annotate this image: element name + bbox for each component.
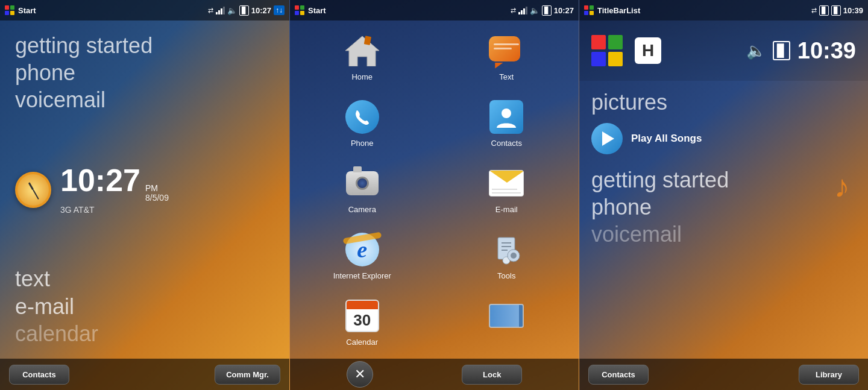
app-ie[interactable]: e Internet Explorer xyxy=(290,223,435,289)
menu-item-email[interactable]: e-mail xyxy=(15,294,274,319)
svg-rect-5 xyxy=(502,242,511,244)
p3-menu-item-voicemail[interactable]: voicemail xyxy=(591,221,856,247)
pictures-title[interactable]: pictures xyxy=(591,90,856,115)
app-calendar[interactable]: 30 Calendar xyxy=(290,289,435,356)
panel-3-title: TitleBarList xyxy=(597,6,808,15)
panel-1-title: Start xyxy=(18,6,204,15)
app-email-label: E-mail xyxy=(495,205,518,214)
windows-logo-big xyxy=(591,35,623,66)
big-time: 10:39 xyxy=(797,38,856,64)
status-time-1: 10:27 xyxy=(251,6,271,15)
app-email[interactable]: E-mail xyxy=(435,156,579,222)
tools-icon xyxy=(488,231,524,268)
windows-logo-3 xyxy=(584,5,594,15)
active-sync-icon: ↑↓ xyxy=(274,5,285,15)
clock-face xyxy=(17,174,49,206)
app-text-label: Text xyxy=(499,72,514,81)
big-status-section: H 🔈 ▊ 10:39 xyxy=(579,20,868,81)
menu-item-phone[interactable]: phone xyxy=(15,60,274,86)
app-calendar-label: Calendar xyxy=(346,338,378,347)
app-tools-label: Tools xyxy=(497,271,515,280)
app-camera[interactable]: Camera xyxy=(290,156,435,222)
bottom-menu-items: text e-mail calendar xyxy=(15,266,274,347)
p3-menu-item-getting-started[interactable]: getting started xyxy=(591,167,856,193)
text-icon xyxy=(488,33,524,69)
signal-icon-2 xyxy=(518,7,527,14)
home-icon xyxy=(344,33,380,69)
arrows-icon-1: ⇄ xyxy=(208,7,213,14)
bottom-bar-2: ✕ Lock xyxy=(290,359,579,390)
library-button[interactable]: Library xyxy=(799,365,859,385)
contacts-icon xyxy=(488,99,524,135)
panel-3: TitleBarList ⇄ ▊ ▊ 10:39 H 🔈 ▊ 10:39 ♪ p… xyxy=(579,0,868,390)
big-battery-icon: ▊ xyxy=(773,41,790,60)
app-tools[interactable]: Tools xyxy=(435,223,579,289)
app-phone[interactable]: Phone xyxy=(290,90,435,156)
svg-rect-7 xyxy=(502,250,508,251)
panel-2-title: Start xyxy=(308,6,507,15)
bottom-bar-3: Contacts Library xyxy=(579,359,868,390)
panel-2: Start ⇄ 🔈 ▊ 10:27 Home xyxy=(289,0,579,390)
close-button[interactable]: ✕ xyxy=(347,361,373,388)
app-home-label: Home xyxy=(351,72,373,81)
p3-menu-item-phone[interactable]: phone xyxy=(591,194,856,220)
contacts-button-3[interactable]: Contacts xyxy=(588,365,649,385)
time-big: 10:27 xyxy=(60,165,140,196)
menu-item-getting-started[interactable]: getting started xyxy=(15,33,274,58)
clock-icon xyxy=(15,172,51,208)
menu-item-voicemail[interactable]: voicemail xyxy=(15,87,274,113)
menu-item-calendar[interactable]: calendar xyxy=(15,321,274,347)
time-display: 10:27 PM 8/5/09 3G AT&T xyxy=(60,165,169,215)
app-video[interactable]: Video xyxy=(435,289,579,356)
status-bar-3: TitleBarList ⇄ ▊ ▊ 10:39 xyxy=(579,0,868,20)
big-status-icons: 🔈 ▊ 10:39 xyxy=(746,38,856,64)
status-time-3: 10:39 xyxy=(843,6,863,15)
status-bar-2: Start ⇄ 🔈 ▊ 10:27 xyxy=(290,0,579,20)
windows-logo-1 xyxy=(5,5,14,15)
ie-icon: e xyxy=(344,231,380,268)
apps-grid: Home Text xyxy=(290,20,579,359)
svg-point-2 xyxy=(502,109,511,118)
date-display: 8/5/09 xyxy=(145,193,169,203)
speaker-icon-2: 🔈 xyxy=(530,6,539,15)
panel-3-content: pictures Play All Songs getting started … xyxy=(579,81,868,359)
bottom-bar-1: Contacts Comm Mgr. xyxy=(0,359,289,390)
camera-icon xyxy=(344,165,380,201)
menu-item-text[interactable]: text xyxy=(15,266,274,292)
play-all-label: Play All Songs xyxy=(631,133,702,145)
app-home[interactable]: Home xyxy=(290,24,435,90)
speaker-icon-1: 🔈 xyxy=(227,6,237,15)
battery-icon-3: ▊ xyxy=(819,5,829,16)
contacts-button-1[interactable]: Contacts xyxy=(9,365,69,385)
comm-mgr-button[interactable]: Comm Mgr. xyxy=(215,365,280,385)
windows-logo-2 xyxy=(295,5,304,15)
video-icon xyxy=(488,298,524,334)
app-contacts[interactable]: Contacts xyxy=(435,90,579,156)
svg-marker-0 xyxy=(345,36,379,66)
lock-button[interactable]: Lock xyxy=(462,365,522,385)
clock-hand-hour xyxy=(28,182,34,190)
app-contacts-label: Contacts xyxy=(491,139,522,148)
app-text[interactable]: Text xyxy=(435,24,579,90)
panel-1: Start ⇄ 🔈 ▊ 10:27 ↑↓ getting started pho… xyxy=(0,0,289,390)
music-note-icon: ♪ xyxy=(834,168,850,204)
arrows-icon-3: ⇄ xyxy=(811,7,817,14)
carrier-display: 3G AT&T xyxy=(60,205,169,215)
status-icons-1: ⇄ 🔈 ▊ 10:27 ↑↓ xyxy=(208,5,285,16)
status-icons-2: ⇄ 🔈 ▊ 10:27 xyxy=(511,5,574,16)
p3-menu-items: getting started phone voicemail xyxy=(591,167,856,248)
status-time-2: 10:27 xyxy=(554,6,574,15)
app-phone-label: Phone xyxy=(351,139,374,148)
menu-items-1: getting started phone voicemail xyxy=(15,33,274,113)
email-icon xyxy=(488,165,524,201)
play-triangle-icon xyxy=(602,131,614,146)
app-ie-label: Internet Explorer xyxy=(333,271,391,280)
big-speaker-icon: 🔈 xyxy=(746,42,766,60)
play-all-button[interactable] xyxy=(591,123,623,154)
app-camera-label: Camera xyxy=(348,205,376,214)
battery-icon-2: ▊ xyxy=(542,5,552,16)
time-period: PM xyxy=(145,183,169,193)
play-row: Play All Songs xyxy=(591,123,856,154)
status-bar-1: Start ⇄ 🔈 ▊ 10:27 ↑↓ xyxy=(0,0,289,20)
arrows-icon-2: ⇄ xyxy=(511,7,516,14)
